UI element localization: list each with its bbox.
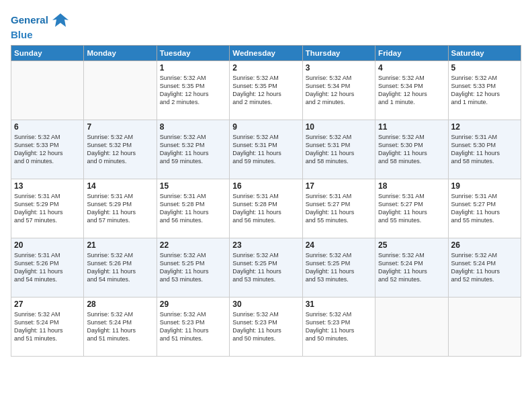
calendar-cell: 22Sunrise: 5:32 AM Sunset: 5:25 PM Dayli… — [157, 238, 229, 297]
weekday-thursday: Thursday — [302, 45, 375, 60]
cell-detail: Sunrise: 5:31 AM Sunset: 5:29 PM Dayligh… — [14, 192, 81, 225]
weekday-wednesday: Wednesday — [230, 45, 302, 60]
cell-detail: Sunrise: 5:32 AM Sunset: 5:23 PM Dayligh… — [160, 310, 226, 343]
cell-detail: Sunrise: 5:32 AM Sunset: 5:24 PM Dayligh… — [451, 251, 518, 284]
calendar-cell — [84, 60, 157, 120]
day-number: 31 — [306, 300, 372, 309]
cell-detail: Sunrise: 5:32 AM Sunset: 5:31 PM Dayligh… — [232, 133, 299, 166]
day-number: 13 — [14, 181, 81, 191]
week-row-4: 20Sunrise: 5:31 AM Sunset: 5:26 PM Dayli… — [11, 238, 521, 297]
calendar-cell: 9Sunrise: 5:32 AM Sunset: 5:31 PM Daylig… — [230, 120, 302, 179]
calendar-cell: 1Sunrise: 5:32 AM Sunset: 5:35 PM Daylig… — [157, 60, 229, 120]
day-number: 1 — [160, 63, 226, 73]
calendar-cell: 20Sunrise: 5:31 AM Sunset: 5:26 PM Dayli… — [11, 238, 84, 297]
cell-detail: Sunrise: 5:31 AM Sunset: 5:27 PM Dayligh… — [378, 192, 445, 225]
day-number: 10 — [306, 122, 372, 132]
logo: General Blue — [11, 11, 70, 41]
cell-detail: Sunrise: 5:32 AM Sunset: 5:26 PM Dayligh… — [87, 251, 153, 284]
calendar-cell: 13Sunrise: 5:31 AM Sunset: 5:29 PM Dayli… — [11, 179, 84, 238]
calendar-cell: 27Sunrise: 5:32 AM Sunset: 5:24 PM Dayli… — [11, 297, 84, 356]
day-number: 19 — [451, 181, 518, 191]
calendar-cell: 16Sunrise: 5:31 AM Sunset: 5:28 PM Dayli… — [230, 179, 302, 238]
calendar-cell: 19Sunrise: 5:31 AM Sunset: 5:27 PM Dayli… — [448, 179, 521, 238]
day-number: 2 — [232, 63, 299, 73]
calendar-cell: 7Sunrise: 5:32 AM Sunset: 5:32 PM Daylig… — [84, 120, 157, 179]
weekday-header-row: SundayMondayTuesdayWednesdayThursdayFrid… — [11, 45, 521, 60]
day-number: 30 — [232, 300, 299, 309]
calendar-cell: 21Sunrise: 5:32 AM Sunset: 5:26 PM Dayli… — [84, 238, 157, 297]
calendar-table: SundayMondayTuesdayWednesdayThursdayFrid… — [11, 45, 521, 357]
week-row-3: 13Sunrise: 5:31 AM Sunset: 5:29 PM Dayli… — [11, 179, 521, 238]
day-number: 27 — [14, 300, 81, 309]
day-number: 6 — [14, 122, 81, 132]
calendar-cell: 29Sunrise: 5:32 AM Sunset: 5:23 PM Dayli… — [157, 297, 229, 356]
calendar-cell: 31Sunrise: 5:32 AM Sunset: 5:23 PM Dayli… — [302, 297, 375, 356]
cell-detail: Sunrise: 5:32 AM Sunset: 5:31 PM Dayligh… — [306, 133, 372, 166]
cell-detail: Sunrise: 5:32 AM Sunset: 5:35 PM Dayligh… — [232, 74, 299, 107]
cell-detail: Sunrise: 5:31 AM Sunset: 5:30 PM Dayligh… — [451, 133, 518, 166]
day-number: 23 — [232, 240, 299, 250]
day-number: 21 — [87, 240, 153, 250]
cell-detail: Sunrise: 5:32 AM Sunset: 5:24 PM Dayligh… — [378, 251, 445, 284]
week-row-2: 6Sunrise: 5:32 AM Sunset: 5:33 PM Daylig… — [11, 120, 521, 179]
day-number: 18 — [378, 181, 445, 191]
calendar-cell: 26Sunrise: 5:32 AM Sunset: 5:24 PM Dayli… — [448, 238, 521, 297]
calendar-cell: 5Sunrise: 5:32 AM Sunset: 5:33 PM Daylig… — [448, 60, 521, 120]
cell-detail: Sunrise: 5:32 AM Sunset: 5:33 PM Dayligh… — [14, 133, 81, 166]
day-number: 8 — [160, 122, 226, 132]
cell-detail: Sunrise: 5:32 AM Sunset: 5:24 PM Dayligh… — [14, 310, 81, 343]
cell-detail: Sunrise: 5:31 AM Sunset: 5:29 PM Dayligh… — [87, 192, 153, 225]
logo-text: General — [11, 15, 48, 26]
cell-detail: Sunrise: 5:32 AM Sunset: 5:34 PM Dayligh… — [306, 74, 372, 107]
day-number: 9 — [232, 122, 299, 132]
cell-detail: Sunrise: 5:32 AM Sunset: 5:35 PM Dayligh… — [160, 74, 226, 107]
calendar-cell: 17Sunrise: 5:31 AM Sunset: 5:27 PM Dayli… — [302, 179, 375, 238]
week-row-5: 27Sunrise: 5:32 AM Sunset: 5:24 PM Dayli… — [11, 297, 521, 356]
calendar-cell: 25Sunrise: 5:32 AM Sunset: 5:24 PM Dayli… — [375, 238, 448, 297]
calendar-cell: 14Sunrise: 5:31 AM Sunset: 5:29 PM Dayli… — [84, 179, 157, 238]
calendar-cell: 8Sunrise: 5:32 AM Sunset: 5:32 PM Daylig… — [157, 120, 229, 179]
calendar-cell: 4Sunrise: 5:32 AM Sunset: 5:34 PM Daylig… — [375, 60, 448, 120]
page: General Blue SundayMondayTuesdayWednesda… — [0, 0, 532, 411]
cell-detail: Sunrise: 5:32 AM Sunset: 5:34 PM Dayligh… — [378, 74, 445, 107]
cell-detail: Sunrise: 5:32 AM Sunset: 5:25 PM Dayligh… — [232, 251, 299, 284]
day-number: 15 — [160, 181, 226, 191]
cell-detail: Sunrise: 5:31 AM Sunset: 5:26 PM Dayligh… — [14, 251, 81, 284]
calendar-cell: 2Sunrise: 5:32 AM Sunset: 5:35 PM Daylig… — [230, 60, 302, 120]
calendar-cell: 28Sunrise: 5:32 AM Sunset: 5:24 PM Dayli… — [84, 297, 157, 356]
calendar-cell: 10Sunrise: 5:32 AM Sunset: 5:31 PM Dayli… — [302, 120, 375, 179]
calendar-cell: 23Sunrise: 5:32 AM Sunset: 5:25 PM Dayli… — [230, 238, 302, 297]
cell-detail: Sunrise: 5:32 AM Sunset: 5:30 PM Dayligh… — [378, 133, 445, 166]
cell-detail: Sunrise: 5:31 AM Sunset: 5:27 PM Dayligh… — [306, 192, 372, 225]
svg-marker-0 — [52, 13, 69, 27]
day-number: 11 — [378, 122, 445, 132]
cell-detail: Sunrise: 5:32 AM Sunset: 5:25 PM Dayligh… — [306, 251, 372, 284]
day-number: 4 — [378, 63, 445, 73]
calendar-cell: 30Sunrise: 5:32 AM Sunset: 5:23 PM Dayli… — [230, 297, 302, 356]
header: General Blue — [11, 11, 521, 41]
day-number: 25 — [378, 240, 445, 250]
weekday-friday: Friday — [375, 45, 448, 60]
weekday-monday: Monday — [84, 45, 157, 60]
cell-detail: Sunrise: 5:32 AM Sunset: 5:23 PM Dayligh… — [232, 310, 299, 343]
cell-detail: Sunrise: 5:32 AM Sunset: 5:33 PM Dayligh… — [451, 74, 518, 107]
cell-detail: Sunrise: 5:31 AM Sunset: 5:27 PM Dayligh… — [451, 192, 518, 225]
cell-detail: Sunrise: 5:32 AM Sunset: 5:25 PM Dayligh… — [160, 251, 226, 284]
day-number: 20 — [14, 240, 81, 250]
calendar-cell: 6Sunrise: 5:32 AM Sunset: 5:33 PM Daylig… — [11, 120, 84, 179]
calendar-cell: 11Sunrise: 5:32 AM Sunset: 5:30 PM Dayli… — [375, 120, 448, 179]
logo-bird-icon — [51, 11, 70, 30]
cell-detail: Sunrise: 5:32 AM Sunset: 5:23 PM Dayligh… — [306, 310, 372, 343]
day-number: 17 — [306, 181, 372, 191]
day-number: 26 — [451, 240, 518, 250]
day-number: 7 — [87, 122, 153, 132]
day-number: 3 — [306, 63, 372, 73]
day-number: 12 — [451, 122, 518, 132]
day-number: 28 — [87, 300, 153, 309]
calendar-cell: 18Sunrise: 5:31 AM Sunset: 5:27 PM Dayli… — [375, 179, 448, 238]
weekday-tuesday: Tuesday — [157, 45, 229, 60]
day-number: 16 — [232, 181, 299, 191]
cell-detail: Sunrise: 5:31 AM Sunset: 5:28 PM Dayligh… — [232, 192, 299, 225]
cell-detail: Sunrise: 5:32 AM Sunset: 5:32 PM Dayligh… — [160, 133, 226, 166]
day-number: 14 — [87, 181, 153, 191]
